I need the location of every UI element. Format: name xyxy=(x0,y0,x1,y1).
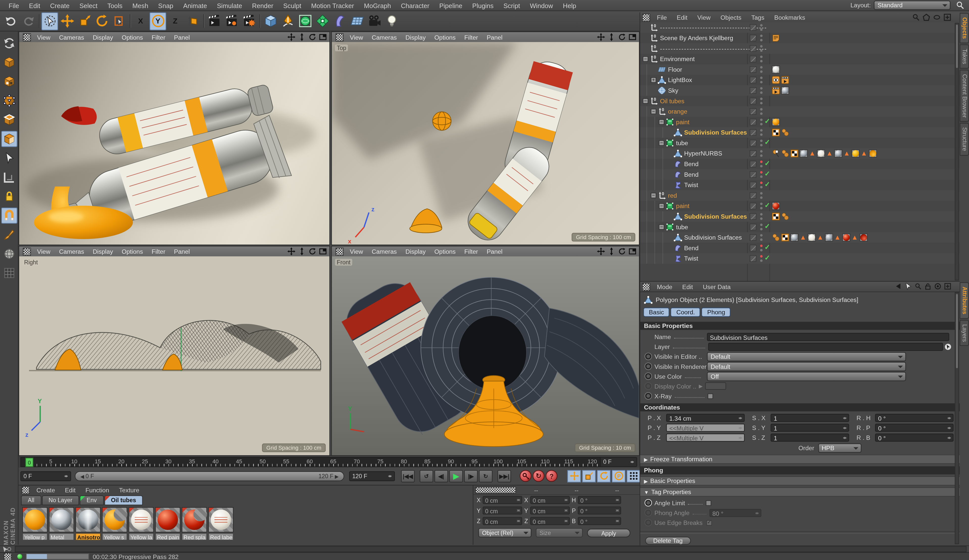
coord-field-p-z[interactable]: <<Multiple V xyxy=(666,434,745,442)
material-thumbnail[interactable] xyxy=(128,507,154,532)
play-backward-button[interactable]: ↺ xyxy=(420,470,433,482)
display-color-swatch[interactable] xyxy=(705,382,726,390)
menu-item-vp-filter[interactable]: Filter xyxy=(147,33,170,40)
coord-field-s-y[interactable]: 1 xyxy=(771,424,849,432)
pan-icon[interactable] xyxy=(288,33,296,42)
visible-renderer-select[interactable]: Default xyxy=(707,362,906,371)
menu-item-vp-options[interactable]: Options xyxy=(430,33,460,40)
menu-item-main-mesh[interactable]: Mesh xyxy=(128,2,153,9)
layer-box[interactable] xyxy=(749,150,756,157)
axis-z-button[interactable]: Z xyxy=(167,12,184,30)
object-manager-scrollbar[interactable] xyxy=(955,23,959,281)
menu-item-main-window[interactable]: Window xyxy=(525,2,558,9)
autokey-button[interactable]: ↻ xyxy=(533,470,544,482)
target-icon[interactable] xyxy=(934,283,941,289)
timeline-ruler[interactable]: 0 51015202530354045505560657075808590951… xyxy=(20,457,603,467)
frame-range-slider[interactable]: ◀ 0 F 120 F ▶ xyxy=(75,471,344,481)
menu-item-om-view[interactable]: View xyxy=(693,14,716,21)
grip-icon[interactable] xyxy=(335,248,343,256)
visibility-dots[interactable] xyxy=(759,171,763,178)
object-row-[interactable]: 0---------------------------------------… xyxy=(640,22,960,33)
grip-icon[interactable] xyxy=(475,487,516,494)
grip-icon[interactable] xyxy=(335,33,343,41)
material-tag-icon[interactable] xyxy=(859,234,867,242)
phong-angle-toggle[interactable] xyxy=(645,510,651,515)
section-basic-properties[interactable]: Basic Properties xyxy=(640,322,960,330)
visibility-dots[interactable] xyxy=(759,255,763,262)
layer-box[interactable] xyxy=(749,192,756,199)
object-row-paint[interactable]: −paint✓ xyxy=(640,201,960,211)
material-tag-icon[interactable] xyxy=(834,150,842,158)
expand-minus-icon[interactable]: − xyxy=(659,140,664,146)
layer-box[interactable] xyxy=(749,181,756,188)
section-coordinates[interactable]: Coordinates xyxy=(640,403,960,411)
object-row-sky[interactable]: Sky xyxy=(640,85,960,96)
enabled-check-icon[interactable]: ✓ xyxy=(764,254,770,262)
spinner-arrows-icon[interactable] xyxy=(738,425,743,431)
menu-item-main-edit[interactable]: Edit xyxy=(24,2,45,9)
visibility-dots[interactable] xyxy=(759,192,763,199)
polygon-selection-tag-icon[interactable]: ▲ xyxy=(851,234,858,242)
coordinate-field-x[interactable]: 0 cm xyxy=(483,496,523,504)
phong-basic-properties-group[interactable]: ▶Basic Properties xyxy=(640,476,960,485)
layer-box[interactable] xyxy=(749,66,756,73)
material-thumbnail[interactable] xyxy=(208,507,233,532)
dock-tab-content-browser[interactable]: Content Browser xyxy=(960,70,969,122)
coordinate-field-z[interactable]: 0 cm xyxy=(483,517,523,525)
pointer-icon[interactable] xyxy=(905,283,912,289)
search-icon[interactable] xyxy=(956,1,964,9)
axis-y-button[interactable]: Y xyxy=(150,12,166,30)
freeze-transformation-group[interactable]: ▶Freeze Transformation xyxy=(640,455,960,464)
material-thumbnail[interactable] xyxy=(22,507,48,532)
layer-box[interactable] xyxy=(749,45,756,52)
material-thumbnail[interactable] xyxy=(75,507,100,532)
coordinate-field-p[interactable]: 0 ° xyxy=(578,507,621,515)
menu-item-vp-panel[interactable]: Panel xyxy=(170,33,194,40)
end-frame-field[interactable]: 120 F xyxy=(349,471,395,481)
material-metal[interactable]: Metal xyxy=(49,507,74,540)
play-forward-button[interactable]: ↻ xyxy=(479,470,493,482)
object-row-environment[interactable]: −0Environment xyxy=(640,54,960,65)
visibility-dots[interactable] xyxy=(759,87,763,94)
rotate-view-icon[interactable] xyxy=(308,247,316,256)
texture-tag-icon[interactable] xyxy=(772,213,780,221)
enabled-check-icon[interactable]: ✓ xyxy=(764,201,770,209)
coord-field-r-h[interactable]: 0 ° xyxy=(875,414,954,422)
order-select[interactable]: HPB xyxy=(818,444,861,453)
tweak-mode-icon[interactable] xyxy=(1,150,17,166)
timeline-frame-field[interactable]: 0 F xyxy=(600,457,637,467)
record-keyframe-button[interactable] xyxy=(519,470,531,482)
menu-item-main-snap[interactable]: Snap xyxy=(153,2,178,9)
expand-minus-icon[interactable]: − xyxy=(643,56,648,62)
tag-properties-group[interactable]: ▼Tag Properties xyxy=(640,487,960,497)
object-row-lightbox[interactable]: +LightBox xyxy=(640,75,960,85)
menu-item-mat-edit[interactable]: Edit xyxy=(60,487,80,494)
layer-box[interactable] xyxy=(749,129,756,136)
menu-item-main-motion-tracker[interactable]: Motion Tracker xyxy=(306,2,359,9)
menu-item-om-tags[interactable]: Tags xyxy=(746,14,769,21)
menu-item-main-create[interactable]: Create xyxy=(45,2,75,9)
add-camera-icon[interactable] xyxy=(366,12,383,30)
viewport-right-canvas[interactable]: Y z Right Grid Spacing : 100 cm xyxy=(19,256,330,455)
delete-tag-button[interactable]: Delete Tag xyxy=(645,537,691,545)
add-subdivision-icon[interactable] xyxy=(296,12,313,30)
object-row-bend[interactable]: Bend✓ xyxy=(640,159,960,169)
spinner-arrows-icon[interactable] xyxy=(564,497,568,503)
polygon-selection-tag-icon[interactable]: ▲ xyxy=(809,150,816,158)
layer-box[interactable] xyxy=(749,234,756,241)
menu-item-vp-view[interactable]: View xyxy=(33,248,55,255)
size-mode-select[interactable]: Size xyxy=(536,528,583,538)
edges-mode-icon[interactable] xyxy=(1,112,17,128)
coordinate-field-h[interactable]: 0 ° xyxy=(578,496,621,504)
visibility-dots[interactable] xyxy=(759,35,763,42)
axis-x-button[interactable]: X xyxy=(132,12,149,30)
viewport-top-canvas[interactable]: z x Top Grid Spacing : 100 cm xyxy=(332,42,639,244)
visibility-dots[interactable] xyxy=(759,150,763,157)
expand-minus-icon[interactable]: − xyxy=(659,119,664,125)
axis-lock-icon[interactable] xyxy=(1,188,17,204)
compositing-tag-icon[interactable] xyxy=(772,86,780,95)
use-color-toggle[interactable] xyxy=(645,373,651,379)
menu-item-main-pipeline[interactable]: Pipeline xyxy=(434,2,467,9)
object-row-twist[interactable]: Twist✓ xyxy=(640,180,960,190)
spinner-arrows-icon[interactable] xyxy=(755,510,759,516)
